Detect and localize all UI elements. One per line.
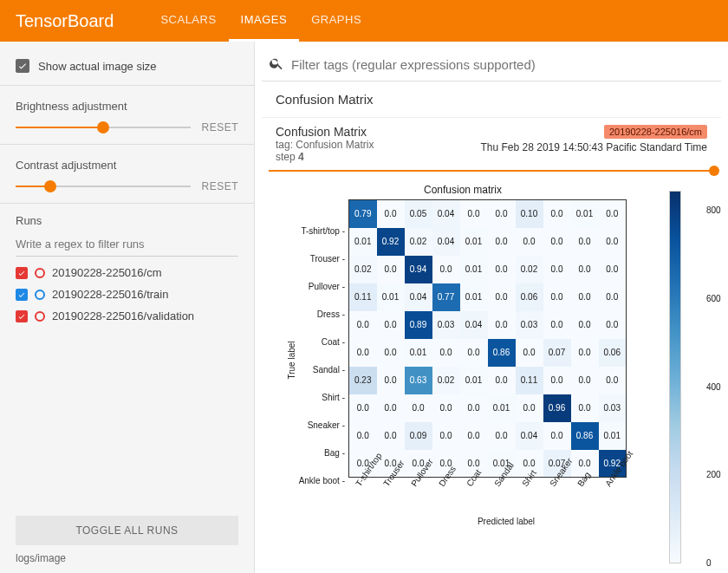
brightness-reset-button[interactable]: RESET <box>201 121 238 133</box>
brightness-slider[interactable] <box>16 127 191 128</box>
run-row: 20190228-225016/train <box>0 283 254 305</box>
heatmap-cell: 0.0 <box>599 367 627 394</box>
heatmap-cell: 0.01 <box>460 283 488 311</box>
tab-scalars[interactable]: SCALARS <box>148 0 228 42</box>
y-tick-label: Ankle boot - <box>288 466 348 494</box>
y-tick-label: Sandal - <box>288 355 348 383</box>
heatmap-cell: 0.0 <box>543 367 571 394</box>
heatmap-cell: 0.01 <box>460 228 488 256</box>
heatmap-cell: 0.0 <box>543 256 571 283</box>
heatmap-cell: 0.06 <box>599 339 627 367</box>
heatmap-cell: 0.0 <box>599 311 627 339</box>
heatmap-cell: 0.92 <box>377 228 405 256</box>
y-tick-label: Bag - <box>288 439 348 466</box>
heatmap-cell: 0.01 <box>460 256 488 283</box>
y-tick-label: T-shirt/top - <box>288 217 348 244</box>
heatmap-cell: 0.0 <box>543 228 571 256</box>
heatmap-cell: 0.0 <box>488 422 516 450</box>
run-color-swatch <box>35 268 45 278</box>
toggle-all-runs-button[interactable]: TOGGLE ALL RUNS <box>16 516 238 545</box>
heatmap-cell: 0.79 <box>349 200 377 228</box>
run-checkbox[interactable] <box>16 267 28 279</box>
heatmap-cell: 0.03 <box>516 311 543 339</box>
colorbar-tick: 0 <box>706 558 712 568</box>
heatmap-cell: 0.0 <box>543 422 571 450</box>
heatmap-cell: 0.06 <box>516 283 543 311</box>
y-tick-label: Shirt - <box>288 383 348 411</box>
run-row: 20190228-225016/cm <box>0 262 254 283</box>
heatmap-cell: 0.0 <box>349 339 377 367</box>
confusion-matrix-chart: Confusion matrix True label T-shirt/top … <box>262 184 664 573</box>
heatmap-cell: 0.0 <box>377 339 405 367</box>
heatmap-cell: 0.0 <box>377 311 405 339</box>
y-tick-label: Pullover - <box>288 272 348 300</box>
heatmap-cell: 0.94 <box>405 256 432 283</box>
heatmap-cell: 0.0 <box>599 200 627 228</box>
contrast-slider[interactable] <box>16 186 191 187</box>
colorbar-tick: 200 <box>706 470 721 479</box>
step-slider[interactable] <box>269 170 714 172</box>
run-color-swatch <box>35 290 45 300</box>
heatmap-cell: 0.89 <box>405 311 432 339</box>
heatmap-cell: 0.01 <box>377 283 405 311</box>
heatmap-cell: 0.01 <box>460 367 488 394</box>
heatmap-cell: 0.04 <box>432 200 460 228</box>
x-axis-label: Predicted label <box>348 517 664 526</box>
tab-images[interactable]: IMAGES <box>229 0 300 42</box>
run-badge: 20190228-225016/cm <box>604 125 707 139</box>
runs-filter-input[interactable] <box>16 232 238 257</box>
show-actual-size-label: Show actual image size <box>38 60 157 73</box>
heatmap-cell: 0.04 <box>460 311 488 339</box>
chart-title: Confusion matrix <box>262 184 664 196</box>
heatmap-cell: 0.02 <box>432 367 460 394</box>
heatmap-cell: 0.0 <box>460 200 488 228</box>
heatmap-cell: 0.0 <box>377 367 405 394</box>
header: TensorBoard SCALARSIMAGESGRAPHS <box>0 0 728 42</box>
heatmap-cell: 0.0 <box>599 283 627 311</box>
heatmap-cell: 0.0 <box>349 311 377 339</box>
heatmap-cell: 0.0 <box>599 256 627 283</box>
heatmap-cell: 0.05 <box>405 200 432 228</box>
heatmap-cell: 0.0 <box>377 256 405 283</box>
heatmap-cell: 0.04 <box>432 228 460 256</box>
heatmap-cell: 0.03 <box>432 311 460 339</box>
heatmap-cell: 0.0 <box>377 422 405 450</box>
heatmap-cell: 0.0 <box>516 228 543 256</box>
run-checkbox[interactable] <box>16 310 28 322</box>
tab-graphs[interactable]: GRAPHS <box>299 0 374 42</box>
heatmap-cell: 0.0 <box>405 394 432 422</box>
heatmap-cell: 0.0 <box>349 394 377 422</box>
heatmap-cell: 0.04 <box>405 283 432 311</box>
heatmap-cell: 0.23 <box>349 367 377 394</box>
heatmap-cell: 0.0 <box>488 228 516 256</box>
heatmap-cell: 0.0 <box>571 367 599 394</box>
heatmap-cell: 0.07 <box>543 339 571 367</box>
heatmap-cell: 0.0 <box>488 200 516 228</box>
heatmap-cell: 0.11 <box>516 367 543 394</box>
heatmap-cell: 0.01 <box>488 394 516 422</box>
colorbar-tick: 400 <box>706 381 721 391</box>
heatmap-cell: 0.01 <box>349 228 377 256</box>
brightness-label: Brightness adjustment <box>0 93 254 113</box>
colorbar-tick: 600 <box>706 294 721 303</box>
contrast-reset-button[interactable]: RESET <box>201 180 238 192</box>
heatmap-cell: 0.0 <box>516 339 543 367</box>
heatmap-cell: 0.0 <box>460 339 488 367</box>
heatmap-cell: 0.0 <box>432 256 460 283</box>
heatmap-cell: 0.02 <box>516 256 543 283</box>
app-logo: TensorBoard <box>16 11 114 31</box>
heatmap-cell: 0.86 <box>488 339 516 367</box>
heatmap-cell: 0.0 <box>432 339 460 367</box>
heatmap-cell: 0.0 <box>488 367 516 394</box>
show-actual-size-checkbox[interactable] <box>16 59 29 73</box>
heatmap-cell: 0.01 <box>599 422 627 450</box>
tag-filter-input[interactable] <box>291 57 709 72</box>
y-tick-label: Sneaker - <box>288 411 348 439</box>
y-tick-label: Dress - <box>288 300 348 328</box>
run-checkbox[interactable] <box>16 289 28 301</box>
heatmap-cell: 0.0 <box>543 200 571 228</box>
heatmap-cell: 0.0 <box>571 256 599 283</box>
heatmap-cell: 0.0 <box>599 228 627 256</box>
card-tag: tag: Confusion Matrix <box>276 139 374 151</box>
step-label: step <box>276 151 296 163</box>
